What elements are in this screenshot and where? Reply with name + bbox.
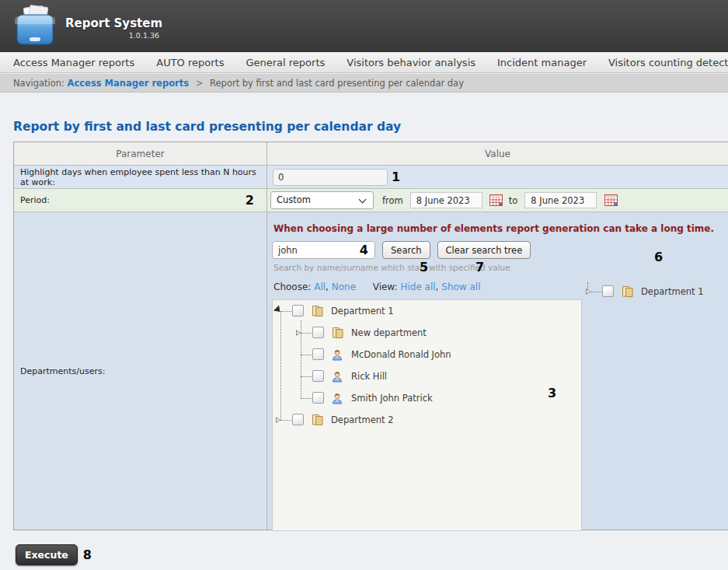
tree-item-checkbox[interactable] (312, 327, 324, 338)
choose-none-link[interactable]: None (332, 282, 356, 292)
period-row-value: Custom from to (267, 188, 728, 212)
step-marker-4: 4 (360, 244, 368, 257)
app-title: Report System (65, 16, 162, 30)
department-folder-icon (311, 305, 325, 320)
step-marker-1: 1 (392, 171, 400, 184)
search-result-tree-items: Department 1 (583, 281, 723, 302)
footer-actions: Execute 8 (16, 544, 728, 565)
departments-tree: Department 1New departmentMcDonald Ronal… (273, 300, 581, 431)
tree-item-label[interactable]: Department 1 (641, 286, 704, 297)
step-marker-8: 8 (83, 549, 92, 561)
to-calendar-icon[interactable] (604, 194, 618, 206)
departments-row-value: When choosing a large number of elements… (267, 212, 728, 530)
tree-item-label[interactable]: Department 2 (331, 414, 394, 425)
column-header-parameter: Parameter (14, 142, 267, 165)
app-header: Report System 1.0.1.36 (0, 0, 728, 52)
search-result-tree: Department 1 (583, 281, 723, 302)
menu-general-reports[interactable]: General reports (246, 57, 325, 68)
search-button[interactable]: Search (382, 241, 430, 259)
tree-connector-line (301, 398, 312, 399)
comma: , (436, 282, 439, 292)
tree-item-user: Smith John Patrick (273, 387, 581, 409)
tree-item-user: McDonald Ronald John (273, 344, 581, 365)
brand: Report System 1.0.1.36 (65, 16, 162, 40)
tree-item-checkbox[interactable] (312, 348, 324, 360)
menu-access-manager-reports[interactable]: Access Manager reports (13, 57, 134, 68)
menu-auto-reports[interactable]: AUTO reports (156, 57, 224, 68)
step-marker-7: 7 (475, 261, 484, 274)
to-date-input[interactable] (524, 192, 597, 208)
tree-item-department: New department (273, 322, 581, 344)
page-title: Report by first and last card presenting… (13, 120, 728, 134)
tree-expand-arrow-icon[interactable] (296, 330, 301, 336)
tree-item-checkbox[interactable] (312, 370, 324, 382)
from-label: from (382, 195, 403, 206)
tree-item-label[interactable]: Smith John Patrick (351, 393, 433, 404)
from-date-input[interactable] (410, 192, 482, 208)
step-marker-6: 6 (654, 251, 663, 264)
user-icon (331, 348, 343, 364)
tree-item-label[interactable]: Rick Hill (351, 371, 387, 382)
tree-item-department: Department 1 (583, 281, 723, 302)
choose-all-link[interactable]: All (314, 282, 326, 292)
tree-collapse-arrow-icon[interactable] (273, 305, 283, 314)
breadcrumb-separator: > (196, 78, 204, 89)
tree-connector-line (301, 355, 312, 355)
department-folder-icon (311, 414, 325, 429)
view-hide-all-link[interactable]: Hide all (400, 282, 435, 292)
large-selection-warning: When choosing a large number of elements… (273, 223, 728, 234)
tree-item-label[interactable]: McDonald Ronald John (351, 349, 451, 360)
menu-incident-manager[interactable]: Incident manager (497, 57, 587, 68)
department-folder-icon (621, 285, 635, 301)
menu-visitors-behavior-analysis[interactable]: Visitors behavior analysis (347, 57, 475, 68)
clear-search-tree-button[interactable]: Clear search tree (437, 241, 531, 259)
tree-item-checkbox[interactable] (292, 305, 304, 316)
tree-item-checkbox[interactable] (602, 285, 614, 297)
tree-item-label[interactable]: New department (351, 327, 427, 338)
period-row-parameter: Period: 2 (14, 188, 267, 212)
tree-item-checkbox[interactable] (292, 414, 304, 425)
view-label: View: (373, 282, 398, 292)
department-folder-icon (331, 327, 345, 342)
execute-button[interactable]: Execute (16, 544, 78, 565)
to-label: to (509, 195, 518, 206)
comma: , (326, 282, 329, 292)
highlight-row-parameter: Highlight days when employee spent less … (14, 165, 267, 188)
period-label: Period: (14, 195, 50, 205)
column-header-value: Value (267, 142, 728, 165)
highlight-label: Highlight days when employee spent less … (14, 167, 266, 187)
highlight-row-value: 1 (267, 165, 728, 188)
step-marker-2: 2 (246, 194, 254, 207)
tree-item-department: Department 1 (273, 300, 581, 322)
tree-connector-line (301, 376, 312, 377)
departments-label: Departments/users: (14, 366, 105, 376)
step-marker-3: 3 (548, 387, 556, 400)
menu-visitors-counting-detectors[interactable]: Visitors counting detectors (608, 57, 728, 68)
user-icon (331, 370, 343, 386)
hours-threshold-input[interactable] (273, 169, 388, 186)
tree-expand-arrow-icon[interactable] (586, 288, 590, 295)
user-icon (331, 392, 343, 407)
main-menu: Access Manager reports AUTO reports Gene… (0, 52, 728, 73)
tree-expand-arrow-icon[interactable] (276, 417, 280, 423)
period-preset-select[interactable]: Custom (270, 191, 374, 209)
report-system-logo-icon (11, 5, 59, 48)
tree-item-label[interactable]: Department 1 (331, 306, 394, 316)
choose-label: Choose: (273, 282, 311, 292)
app-version: 1.0.1.36 (129, 31, 159, 40)
tree-item-user: Rick Hill (273, 365, 581, 387)
breadcrumb-current: Report by first and last card presenting… (210, 78, 464, 89)
tree-connector-line (301, 333, 312, 334)
breadcrumb-label: Navigation: (13, 78, 64, 89)
tree-connector-line (280, 311, 291, 312)
view-show-all-link[interactable]: Show all (441, 282, 480, 292)
parameters-table: Parameter Value Highlight days when empl… (13, 142, 728, 530)
from-calendar-icon[interactable] (489, 194, 503, 206)
chevron-down-icon (359, 196, 367, 204)
tree-item-department: Department 2 (273, 409, 581, 431)
tree-connector-line (280, 420, 291, 421)
breadcrumb-link-access-manager-reports[interactable]: Access Manager reports (68, 78, 190, 89)
departments-row-parameter: Departments/users: (14, 212, 267, 530)
tree-item-checkbox[interactable] (312, 392, 324, 404)
period-preset-value: Custom (277, 194, 311, 205)
